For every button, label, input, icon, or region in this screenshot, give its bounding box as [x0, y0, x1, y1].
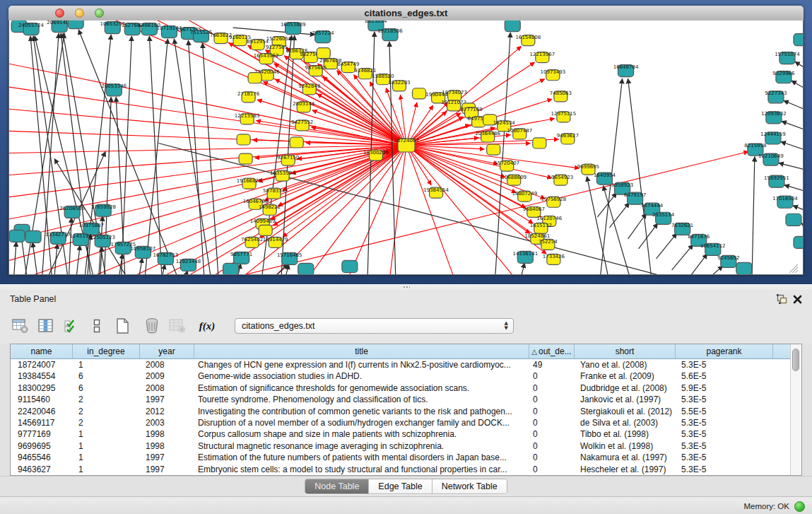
tab-edge-table[interactable]: Edge Table — [369, 479, 432, 493]
table-cell[interactable]: 1998 — [140, 428, 194, 440]
graph-node[interactable] — [794, 34, 803, 46]
show-columns-icon[interactable] — [35, 316, 57, 336]
table-cell[interactable]: 2012 — [140, 406, 194, 417]
table-cell[interactable]: Yano et al. (2008) — [575, 359, 676, 370]
graph-node[interactable] — [25, 230, 41, 243]
table-cell[interactable]: Genome-wide association studies in ADHD. — [194, 370, 529, 382]
graph-edge-black[interactable] — [779, 163, 803, 172]
table-cell[interactable]: 14569117 — [11, 417, 73, 428]
table-cell[interactable]: Disruption of a novel member of a sodium… — [194, 417, 529, 428]
table-cell[interactable]: 1997 — [140, 464, 194, 475]
graph-node[interactable] — [786, 214, 801, 226]
graph-node[interactable] — [342, 260, 358, 272]
graph-edge-black[interactable] — [121, 36, 131, 274]
graph-edge-red[interactable] — [385, 145, 406, 274]
column-header-title[interactable]: title — [194, 344, 529, 358]
graph-edge-black[interactable] — [54, 244, 57, 274]
table-cell[interactable]: 0 — [529, 428, 575, 440]
table-selector[interactable]: citations_edges.txt ▲▼ — [235, 318, 514, 334]
column-header-out-de-[interactable]: △out_de... — [529, 344, 575, 358]
table-cell[interactable]: 9463627 — [11, 464, 73, 475]
table-cell[interactable]: Dudbridge et al. (2008) — [575, 382, 676, 394]
column-header-short[interactable]: short — [575, 344, 676, 358]
table-cell[interactable]: Embryonic stem cells: a model to study s… — [194, 464, 529, 475]
table-row[interactable]: 946362711997Embryonic stem cells: a mode… — [11, 464, 801, 475]
table-cell[interactable]: 1 — [73, 359, 140, 370]
graph-edge-black[interactable] — [138, 258, 142, 274]
column-header-year[interactable]: year — [140, 344, 194, 358]
graph-node[interactable] — [9, 230, 25, 242]
table-cell[interactable]: 22420046 — [11, 406, 73, 417]
table-cell[interactable]: 1998 — [140, 440, 194, 452]
table-cell[interactable]: 5.3E-5 — [676, 394, 773, 405]
network-graph[interactable]: 2405572420691406106532571527602646616010… — [9, 21, 803, 274]
table-cell[interactable]: 0 — [529, 452, 575, 463]
table-cell[interactable]: 2003 — [140, 417, 194, 428]
table-cell[interactable]: 5.3E-5 — [676, 428, 773, 440]
table-row[interactable]: 1938455462009Genome-wide association stu… — [11, 370, 801, 382]
table-cell[interactable]: 5.9E-5 — [676, 382, 773, 394]
graph-edge-black[interactable] — [628, 214, 647, 239]
memory-status-indicator[interactable] — [794, 501, 805, 512]
table-row[interactable]: 1872400712008Changes of HCN gene express… — [11, 359, 801, 370]
table-cell[interactable]: 0 — [529, 406, 575, 417]
tab-node-table[interactable]: Node Table — [305, 479, 369, 493]
table-row[interactable]: 1830029562008Estimation of significance … — [11, 382, 801, 394]
delete-table-icon[interactable] — [167, 316, 188, 336]
table-cell[interactable]: 2008 — [140, 382, 194, 394]
table-cell[interactable]: Stergiakouli et al. (2012) — [575, 406, 676, 417]
window-resize-grip-icon[interactable] — [789, 264, 798, 273]
table-cell[interactable]: 0 — [529, 440, 575, 452]
table-cell[interactable]: 5.3E-5 — [676, 440, 773, 452]
table-cell[interactable]: 5.3E-5 — [676, 417, 773, 428]
panel-splitter[interactable] — [0, 284, 812, 290]
float-panel-icon[interactable] — [774, 293, 789, 305]
graph-node[interactable] — [223, 263, 239, 274]
table-scrollbar-thumb[interactable] — [792, 349, 799, 371]
graph-edge-black[interactable] — [519, 263, 524, 274]
table-cell[interactable]: 6 — [73, 370, 140, 382]
graph-edge-black[interactable] — [784, 185, 803, 194]
table-cell[interactable]: Wolkin et al. (1998) — [575, 440, 676, 452]
table-cell[interactable]: 5.3E-5 — [676, 452, 773, 463]
graph-edge-black[interactable] — [801, 223, 803, 232]
graph-edge-black[interactable] — [784, 100, 803, 112]
table-row[interactable]: 946554611997Estimation of the future num… — [11, 452, 801, 463]
graph-node[interactable] — [794, 236, 803, 248]
network-window-titlebar[interactable]: citations_edges.txt — [8, 6, 804, 21]
table-cell[interactable]: 9699695 — [11, 440, 73, 452]
table-cell[interactable]: Changes of HCN gene expression and I(f) … — [194, 359, 529, 370]
graph-node[interactable] — [736, 262, 752, 274]
table-cell[interactable]: Nakamura et al. (1997) — [575, 452, 676, 463]
table-row[interactable]: 977716911998Corpus callosum shape and si… — [11, 428, 801, 440]
table-cell[interactable]: Franke et al. (2009) — [575, 370, 676, 382]
table-scrollbar[interactable] — [790, 344, 801, 475]
table-cell[interactable]: 1997 — [140, 394, 194, 405]
graph-edge-black[interactable] — [639, 223, 658, 249]
graph-edge-black[interactable] — [149, 36, 162, 274]
table-cell[interactable]: 0 — [529, 370, 575, 382]
table-cell[interactable]: 5.3E-5 — [676, 464, 773, 475]
table-cell[interactable]: 5.3E-5 — [676, 359, 773, 370]
table-cell[interactable]: Investigating the contribution of common… — [194, 406, 529, 417]
table-cell[interactable]: 2 — [73, 406, 140, 417]
table-row[interactable]: 1456911722003Disruption of a novel membe… — [11, 417, 801, 428]
table-cell[interactable]: Jankovic et al. (1997) — [575, 394, 676, 405]
column-header-name[interactable]: name — [11, 344, 73, 358]
graph-edge-black[interactable] — [792, 81, 803, 93]
table-cell[interactable]: 0 — [529, 382, 575, 394]
selection-mode-icon[interactable] — [61, 316, 82, 336]
close-panel-icon[interactable] — [789, 293, 805, 305]
table-cell[interactable]: 0 — [529, 417, 575, 428]
table-cell[interactable]: 18300295 — [11, 382, 73, 394]
table-cell[interactable]: 5.5E-5 — [676, 406, 773, 417]
graph-edge-black[interactable] — [752, 157, 755, 274]
graph-node[interactable] — [68, 21, 83, 29]
graph-edge-black[interactable] — [13, 242, 16, 274]
graph-edge-black[interactable] — [144, 39, 167, 274]
graph-node[interactable] — [248, 73, 261, 83]
graph-node[interactable] — [259, 225, 272, 235]
table-cell[interactable]: 2 — [73, 417, 140, 428]
table-cell[interactable]: 0 — [529, 464, 575, 475]
table-row[interactable]: 2242004622012Investigating the contribut… — [11, 406, 801, 417]
